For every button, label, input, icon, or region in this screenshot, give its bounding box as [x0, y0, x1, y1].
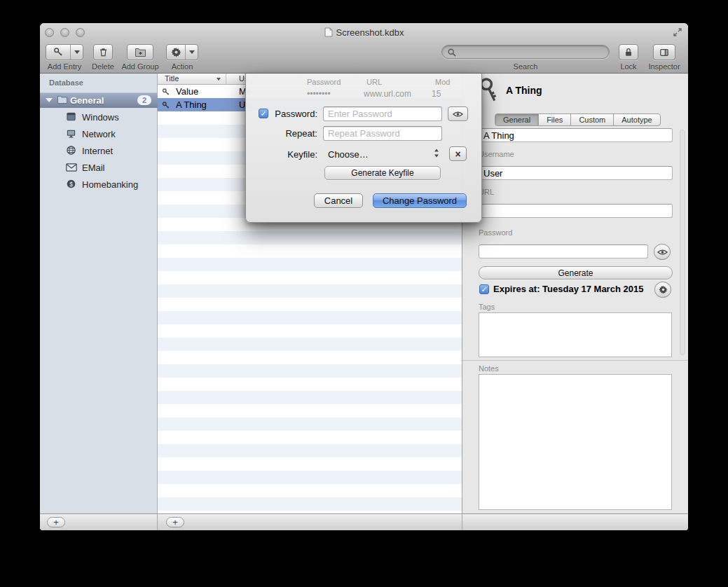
entry-title: A Thing — [506, 85, 542, 96]
ghost-password-cell: •••••••• — [307, 89, 331, 99]
banking-icon: $ — [66, 179, 76, 192]
lock-icon — [624, 47, 633, 57]
sidebar-item-label: Network — [82, 129, 116, 139]
inspector-tabs: General Files Custom Autotype — [495, 113, 661, 126]
search-icon — [447, 48, 457, 57]
gear-icon — [167, 45, 185, 60]
bottom-bar-divider — [462, 514, 462, 530]
add-group-plus-button[interactable]: + — [47, 517, 65, 527]
url-field[interactable] — [479, 204, 673, 218]
generate-password-button[interactable]: Generate — [479, 266, 673, 279]
generate-label: Generate — [558, 268, 593, 278]
sort-descending-icon — [217, 78, 221, 81]
search-input[interactable] — [441, 45, 610, 59]
lock-button[interactable] — [619, 44, 638, 60]
sheet-password-label: Password: — [246, 109, 317, 119]
add-entry-button[interactable] — [46, 44, 83, 60]
generate-keyfile-button[interactable]: Generate Keyfile — [324, 166, 441, 180]
sidebar-group-general[interactable]: General 2 — [40, 92, 158, 108]
tab-custom[interactable]: Custom — [571, 114, 614, 125]
new-password-input[interactable] — [323, 106, 442, 121]
sidebar-section-header: Database — [49, 78, 83, 87]
sidebar-item-homebanking[interactable]: $ Homebanking — [40, 176, 158, 193]
sheet-show-password-button[interactable] — [448, 106, 468, 121]
cell-title: A Thing — [176, 99, 207, 110]
tab-autotype[interactable]: Autotype — [614, 114, 659, 125]
tab-files[interactable]: Files — [539, 114, 571, 125]
add-entry-plus-button[interactable]: + — [166, 517, 184, 527]
popup-stepper-icon[interactable] — [434, 148, 439, 161]
expires-checkbox[interactable]: ✓ — [479, 284, 489, 294]
expires-settings-button[interactable] — [654, 282, 671, 298]
sheet-keyfile-label: Keyfile: — [246, 149, 317, 160]
add-group-button[interactable] — [127, 44, 153, 60]
inspector-label: Inspector — [642, 62, 687, 71]
cancel-button[interactable]: Cancel — [314, 193, 363, 208]
disclosure-triangle-icon[interactable] — [46, 98, 53, 102]
show-password-button[interactable] — [654, 244, 671, 260]
title-field[interactable] — [479, 128, 673, 142]
windows-icon — [66, 111, 76, 125]
ghost-url-column: URL — [366, 78, 382, 86]
chevron-down-icon — [189, 50, 195, 54]
change-password-button[interactable]: Change Password — [373, 193, 467, 208]
chevron-down-icon — [74, 50, 80, 54]
ghost-url-cell: www.url.com — [364, 89, 411, 99]
network-icon — [66, 128, 76, 141]
sidebar-group-badge: 2 — [137, 95, 151, 105]
add-group-label: Add Group — [117, 62, 163, 71]
change-password-sheet: Password URL Mod •••••••• www.url.com 15… — [245, 74, 482, 223]
sidebar-item-label: Windows — [82, 112, 119, 123]
clear-keyfile-button[interactable]: × — [449, 146, 467, 161]
username-field[interactable] — [479, 166, 673, 180]
change-password-label: Change Password — [383, 195, 457, 206]
envelope-icon — [66, 162, 77, 174]
tags-label: Tags — [479, 303, 495, 311]
window-title: Screenshot.kdbx — [336, 27, 404, 38]
app-window: Screenshot.kdbx Add Entry Delete — [40, 23, 688, 530]
password-field[interactable] — [479, 244, 648, 258]
repeat-password-input[interactable] — [323, 126, 442, 141]
globe-icon — [66, 145, 76, 158]
column-divider[interactable] — [226, 74, 226, 85]
action-dropdown[interactable] — [186, 45, 198, 60]
expires-label: Expires at: Tuesday 17 March 2015 — [493, 284, 643, 294]
svg-text:$: $ — [69, 181, 73, 188]
inspector-scrollbar[interactable] — [680, 130, 685, 355]
tab-general[interactable]: General — [495, 114, 539, 125]
sidebar-group-label: General — [70, 95, 104, 106]
gear-icon — [659, 285, 668, 294]
folder-icon — [57, 95, 68, 107]
sheet-repeat-label: Repeat: — [246, 128, 317, 139]
inspector-button[interactable] — [653, 44, 675, 60]
search-label: Search — [504, 62, 547, 71]
ghost-modified-column: Mod — [435, 78, 450, 86]
username-label: Username — [479, 150, 514, 158]
add-entry-dropdown[interactable] — [71, 45, 83, 60]
folder-plus-icon — [135, 47, 146, 57]
eye-icon — [453, 111, 463, 118]
fullscreen-icon[interactable] — [673, 27, 682, 37]
sidebar: Database General 2 Windows Network — [40, 74, 158, 513]
titlebar: Screenshot.kdbx — [40, 23, 688, 41]
keyfile-popup[interactable]: Choose… — [328, 149, 369, 160]
inspector-panel: A Thing General Files Custom Autotype Us… — [462, 74, 688, 513]
sidebar-item-label: Homebanking — [82, 179, 138, 190]
column-header-title[interactable]: Title — [165, 74, 179, 83]
sidebar-item-network[interactable]: Network — [40, 125, 158, 142]
cancel-label: Cancel — [324, 195, 352, 206]
tags-field[interactable] — [479, 312, 672, 357]
window-header: Screenshot.kdbx Add Entry Delete — [40, 23, 688, 74]
eye-icon — [657, 249, 668, 256]
section-divider — [462, 360, 688, 361]
sidebar-item-internet[interactable]: Internet — [40, 142, 158, 159]
sidebar-item-windows[interactable]: Windows — [40, 109, 158, 125]
sidebar-item-email[interactable]: EMail — [40, 159, 158, 176]
action-button[interactable] — [166, 44, 198, 60]
add-entry-label: Add Entry — [43, 62, 85, 71]
bottom-bar: + + — [40, 513, 688, 530]
delete-button[interactable] — [93, 44, 113, 60]
notes-field[interactable] — [479, 374, 672, 510]
ghost-modified-cell: 15 — [432, 89, 441, 99]
sidebar-item-label: Internet — [82, 146, 113, 156]
